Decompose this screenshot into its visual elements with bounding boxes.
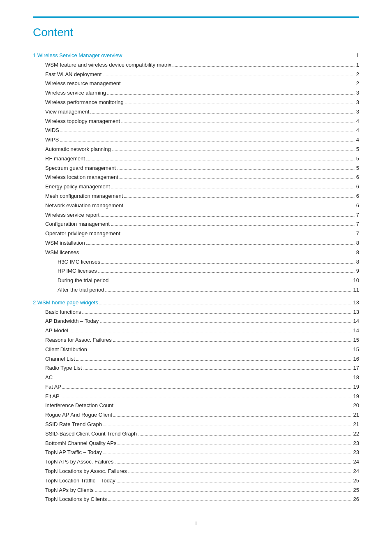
toc-entry: TopN AP Traffic – Today23 — [33, 448, 359, 457]
toc-entry: RF management5 — [33, 155, 359, 163]
toc-label: Wireless service report — [45, 211, 99, 220]
toc-entry: Wireless service report7 — [33, 211, 359, 220]
toc-page: 21 — [353, 420, 359, 429]
toc-dots — [122, 80, 355, 85]
toc-label: During the trial period — [58, 276, 108, 285]
toc-dots — [111, 220, 355, 226]
toc-label: TopN APs by Assoc. Failures — [45, 458, 113, 466]
toc-dots — [100, 317, 352, 323]
toc-page: 6 — [356, 202, 359, 210]
toc-page: 15 — [353, 336, 359, 345]
toc-entry: Automatic network planning5 — [33, 145, 359, 154]
toc-label: WSM licenses — [45, 248, 79, 257]
toc-label: AC — [45, 373, 53, 382]
toc-page: 13 — [353, 308, 359, 317]
toc-label: SSID-Based Client Count Trend Graph — [45, 430, 137, 438]
toc-page: 1 — [356, 51, 359, 60]
toc-entry: AC18 — [33, 373, 359, 382]
toc-dots — [122, 230, 355, 235]
toc-page: 3 — [356, 89, 359, 97]
toc-label: Fit AP — [45, 392, 60, 401]
toc-label: WSM installation — [45, 239, 85, 248]
toc-page: 7 — [356, 220, 359, 229]
toc-label: Energy policy management — [45, 183, 110, 191]
toc-label: Client Distribution — [45, 345, 87, 354]
toc-dots — [83, 364, 352, 370]
toc-dots — [138, 430, 352, 436]
toc-page: 9 — [356, 267, 359, 276]
toc-page: 15 — [353, 345, 359, 354]
toc-dots — [111, 183, 355, 188]
toc-page: 25 — [353, 477, 359, 485]
toc-dots — [128, 468, 352, 473]
toc-page: 13 — [353, 299, 359, 307]
toc-page: 3 — [356, 108, 359, 116]
toc-page: 7 — [356, 229, 359, 238]
toc-entry: Spectrum guard management5 — [33, 164, 359, 173]
toc-label: Interference Detection Count — [45, 401, 113, 410]
toc-label: H3C IMC licenses — [58, 258, 100, 266]
toc-dots — [103, 71, 355, 76]
toc-label: Radio Type List — [45, 364, 82, 373]
toc-page: 4 — [356, 136, 359, 144]
toc-page: 25 — [353, 486, 359, 495]
toc-entry: Reasons for Assoc. Failures15 — [33, 336, 359, 345]
toc-entry: TopN Location Traffic – Today25 — [33, 477, 359, 485]
toc-page: 19 — [353, 383, 359, 392]
toc-label: AP Model — [45, 327, 68, 335]
toc-page: 8 — [356, 248, 359, 257]
toc-entry: Wireless service alarming3 — [33, 89, 359, 97]
toc-entry: 1 Wireless Service Manager overview1 — [33, 51, 359, 60]
toc-section: 1 Wireless Service Manager overview1WSM … — [33, 51, 359, 504]
toc-dots — [123, 52, 355, 57]
toc-page: 18 — [353, 373, 359, 382]
toc-entry: WSM licenses8 — [33, 248, 359, 257]
toc-entry: SSID-Based Client Count Trend Graph22 — [33, 430, 359, 438]
toc-page: 16 — [353, 355, 359, 364]
toc-dots — [54, 374, 352, 379]
toc-dots — [103, 449, 352, 454]
toc-label: BottomN Channel Quality APs — [45, 439, 116, 448]
toc-page: 4 — [356, 126, 359, 135]
toc-entry: Wireless resource management2 — [33, 79, 359, 88]
toc-entry: TopN Locations by Clients26 — [33, 495, 359, 504]
toc-label: SSID Rate Trend Graph — [45, 420, 102, 429]
toc-label[interactable]: 1 Wireless Service Manager overview — [33, 51, 122, 60]
toc-label: Automatic network planning — [45, 145, 111, 154]
page-footer: i — [33, 520, 359, 526]
toc-page: 8 — [356, 239, 359, 248]
toc-page: 14 — [353, 327, 359, 335]
toc-dots — [60, 136, 355, 141]
toc-entry: Channel List16 — [33, 355, 359, 364]
toc-entry: H3C IMC licenses8 — [33, 258, 359, 266]
toc-entry: AP Bandwidth – Today14 — [33, 317, 359, 326]
toc-dots — [108, 496, 352, 501]
toc-label: Rogue AP And Rogue Client — [45, 411, 112, 419]
toc-label[interactable]: 2 WSM home page widgets — [33, 299, 98, 307]
toc-dots — [121, 118, 355, 123]
toc-page: 5 — [356, 164, 359, 173]
toc-dots — [101, 258, 355, 264]
toc-page: 19 — [353, 392, 359, 401]
toc-label: Network evaluation management — [45, 202, 123, 210]
toc-page: 20 — [353, 401, 359, 410]
toc-dots — [124, 192, 355, 198]
toc-entry: TopN APs by Assoc. Failures24 — [33, 458, 359, 466]
toc-page: 22 — [353, 430, 359, 438]
toc-dots — [117, 165, 355, 170]
toc-entry: View management3 — [33, 108, 359, 116]
toc-entry: Rogue AP And Rogue Client21 — [33, 411, 359, 419]
toc-dots — [60, 127, 355, 132]
toc-label: Basic functions — [45, 308, 81, 317]
toc-entry: BottomN Channel Quality APs23 — [33, 439, 359, 448]
toc-dots — [76, 355, 352, 361]
toc-dots — [62, 383, 352, 389]
toc-dots — [125, 202, 355, 207]
toc-entry: WSM feature and wireless device compatib… — [33, 61, 359, 70]
toc-label: Fast WLAN deployment — [45, 70, 101, 79]
toc-dots — [82, 308, 352, 314]
toc-label: Operator privilege management — [45, 229, 120, 238]
toc-entry: Wireless performance monitoring3 — [33, 98, 359, 107]
toc-page: 26 — [353, 495, 359, 504]
toc-entry: Fit AP19 — [33, 392, 359, 401]
